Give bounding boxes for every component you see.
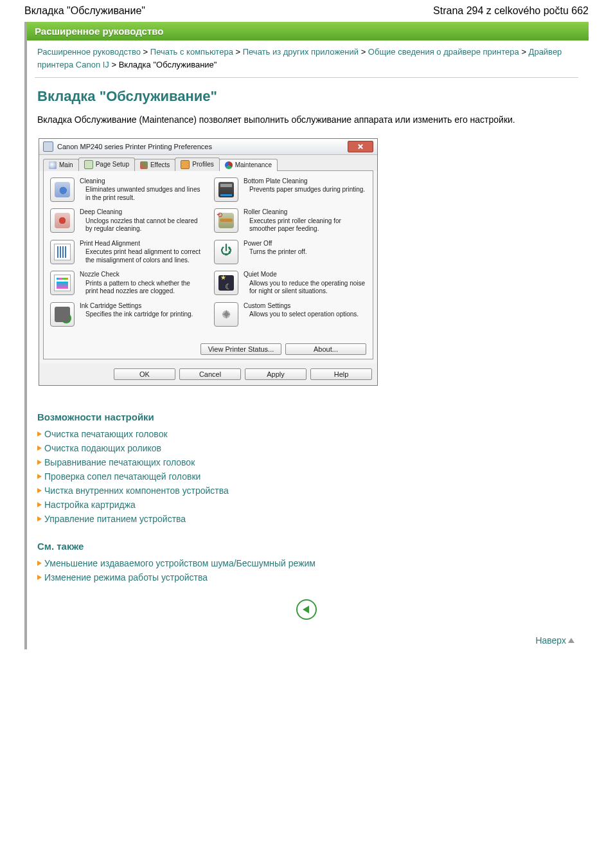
feature-link[interactable]: Очистка печатающих головок — [44, 429, 168, 439]
feature-link[interactable]: Чистка внутренних компонентов устройства — [44, 485, 229, 496]
section-banner: Расширенное руководство — [27, 22, 589, 41]
cancel-button[interactable]: Cancel — [179, 368, 241, 380]
maintenance-icon — [225, 161, 233, 169]
cleaning-icon — [55, 182, 70, 197]
header-right: Strana 294 z celkového počtu 662 — [433, 5, 589, 17]
see-also-heading: См. также — [37, 541, 576, 552]
maint-item-cleaning[interactable]: CleaningEliminates unwanted smudges and … — [50, 177, 202, 203]
up-arrow-icon — [568, 638, 574, 643]
breadcrumb-sep: > — [236, 47, 241, 57]
maint-item-roller-cleaning[interactable]: Roller CleaningExecutes print roller cle… — [214, 208, 366, 233]
breadcrumb-sep: > — [111, 60, 116, 69]
power-off-icon — [218, 244, 234, 260]
feature-link[interactable]: Проверка сопел печатающей головки — [44, 471, 200, 482]
maint-item-nozzle-check[interactable]: Nozzle CheckPrints a pattern to check wh… — [50, 271, 202, 296]
tab-effects[interactable]: Effects — [134, 159, 175, 171]
breadcrumb-link[interactable]: Печать с компьютера — [150, 47, 233, 57]
roller-cleaning-icon — [218, 213, 234, 228]
dialog-titlebar: Canon MP240 series Printer Printing Pref… — [39, 139, 377, 155]
arrow-icon — [37, 516, 42, 521]
deep-cleaning-icon — [55, 213, 70, 228]
arrow-icon — [37, 502, 42, 507]
dialog-footer: OK Cancel Apply Help — [39, 363, 377, 385]
nozzle-check-icon — [54, 275, 71, 291]
see-also-link[interactable]: Уменьшение издаваемого устройством шума/… — [44, 558, 315, 568]
tab-panel: CleaningEliminates unwanted smudges and … — [43, 170, 373, 359]
maint-item-bottom-plate[interactable]: Bottom Plate CleaningPrevents paper smud… — [214, 177, 366, 203]
feature-link[interactable]: Выравнивание печатающих головок — [44, 457, 195, 467]
page-icon — [84, 160, 93, 169]
features-list: Очистка печатающих головок Очистка подаю… — [37, 429, 578, 524]
arrow-icon — [37, 575, 42, 580]
effects-icon — [140, 161, 148, 169]
dialog-title: Canon MP240 series Printer Printing Pref… — [57, 143, 212, 150]
breadcrumb-sep: > — [143, 47, 148, 57]
header-left: Вкладка "Обслуживание" — [24, 5, 145, 17]
arrow-icon — [37, 488, 42, 493]
arrow-icon — [37, 474, 42, 479]
see-also-link[interactable]: Изменение режима работы устройства — [44, 572, 208, 583]
tab-profiles[interactable]: Profiles — [175, 158, 219, 171]
lead-paragraph: Вкладка Обслуживание (Maintenance) позво… — [37, 114, 576, 127]
ok-button[interactable]: OK — [114, 368, 175, 380]
dialog-window: Canon MP240 series Printer Printing Pref… — [39, 138, 378, 386]
help-button[interactable]: Help — [310, 368, 372, 380]
breadcrumb-link[interactable]: Расширенное руководство — [37, 47, 141, 57]
arrow-icon — [37, 561, 42, 566]
about-button[interactable]: About... — [285, 343, 366, 355]
cartridge-icon — [55, 307, 70, 322]
breadcrumb-sep: > — [361, 47, 366, 57]
feature-link[interactable]: Управление питанием устройства — [44, 514, 186, 524]
maint-item-alignment[interactable]: Print Head AlignmentExecutes print head … — [50, 240, 202, 265]
arrow-icon — [37, 431, 42, 437]
printer-icon — [43, 141, 53, 152]
tab-maintenance[interactable]: Maintenance — [219, 159, 278, 171]
feature-link[interactable]: Очистка подающих роликов — [44, 443, 161, 453]
arrow-icon — [37, 446, 42, 451]
apply-button[interactable]: Apply — [245, 368, 306, 380]
back-to-top-link[interactable]: Наверх — [535, 635, 574, 646]
maint-item-cartridge[interactable]: Ink Cartridge SettingsSpecifies the ink … — [50, 302, 202, 327]
arrow-icon — [37, 460, 42, 465]
maint-item-custom-settings[interactable]: Custom SettingsAllows you to select oper… — [214, 302, 366, 327]
features-heading: Возможности настройки — [37, 411, 576, 422]
maint-item-quiet-mode[interactable]: Quiet ModeAllows you to reduce the opera… — [214, 271, 366, 296]
profiles-icon — [181, 160, 190, 169]
custom-settings-icon — [218, 307, 234, 322]
breadcrumb-link[interactable]: Общие сведения о драйвере принтера — [368, 47, 519, 57]
maint-item-power-off[interactable]: Power OffTurns the printer off. — [214, 240, 366, 265]
breadcrumb-sep: > — [521, 47, 526, 57]
bottom-plate-icon — [218, 182, 234, 197]
maint-item-deep-cleaning[interactable]: Deep CleaningUnclogs nozzles that cannot… — [50, 208, 202, 233]
view-printer-status-button[interactable]: View Printer Status... — [200, 343, 281, 355]
alignment-icon — [54, 244, 71, 260]
see-also-list: Уменьшение издаваемого устройством шума/… — [37, 558, 578, 583]
feature-link[interactable]: Настройка картриджа — [44, 500, 136, 510]
breadcrumb-link[interactable]: Печать из других приложений — [243, 47, 359, 57]
quiet-mode-icon — [218, 275, 234, 291]
page-title: Вкладка "Обслуживание" — [37, 88, 576, 105]
back-icon — [49, 161, 57, 169]
dialog-tabs: Main Page Setup Effects Profiles Mainten… — [39, 155, 377, 171]
close-icon[interactable] — [348, 141, 373, 152]
breadcrumb: Расширенное руководство > Печать с компь… — [35, 41, 578, 78]
home-button[interactable] — [296, 599, 317, 620]
breadcrumb-current: Вкладка "Обслуживание" — [119, 60, 217, 69]
tab-page-setup[interactable]: Page Setup — [78, 158, 135, 171]
tab-main[interactable]: Main — [43, 159, 79, 171]
